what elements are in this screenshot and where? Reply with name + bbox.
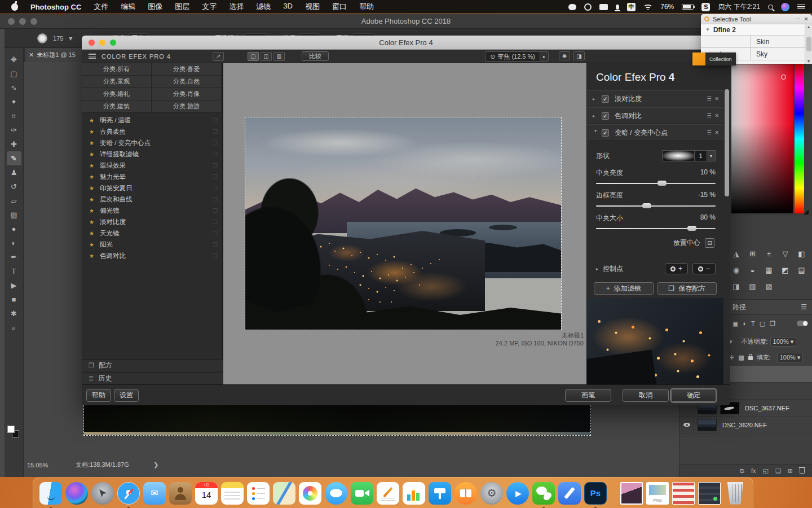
dropdown-arrow-icon[interactable]: ▾	[69, 34, 72, 42]
adjustment-icon[interactable]: ⊞	[744, 246, 761, 262]
remove-filter-icon[interactable]: ✕	[714, 96, 719, 102]
preset-menu-icon[interactable]: ☰	[707, 96, 711, 102]
color-marker[interactable]	[781, 75, 786, 80]
add-control-point-button[interactable]: +	[665, 263, 688, 274]
layer-filter-icon[interactable]: ▢	[760, 320, 765, 327]
pages[interactable]	[377, 482, 399, 505]
battery-icon[interactable]	[682, 4, 694, 10]
trash[interactable]	[724, 482, 747, 505]
selective-cell[interactable]	[701, 36, 751, 47]
panel-toggle-icon[interactable]: ◨	[573, 51, 585, 60]
launchpad[interactable]	[91, 482, 114, 505]
expand-arrow-icon[interactable]: ▸	[593, 97, 598, 102]
layers-footer-icon[interactable]: ◱	[763, 467, 769, 475]
layers-footer-icon[interactable]: ⧉	[740, 467, 744, 475]
slider-handle[interactable]	[642, 203, 651, 208]
filter-list-item[interactable]: ★ 古典柔焦 ❐	[82, 126, 222, 137]
adjustment-icon[interactable]: ◧	[793, 246, 810, 262]
menu-item[interactable]: 文字	[202, 2, 217, 12]
favorite-star-icon[interactable]: ★	[89, 196, 94, 203]
stack-filter-row[interactable]: ▸ ✓ 淡对比度 ☰ ✕	[587, 90, 723, 107]
favorite-star-icon[interactable]: ★	[89, 151, 94, 157]
menu-item[interactable]: 帮助	[359, 2, 374, 12]
remove-control-point-button[interactable]: −	[692, 263, 716, 274]
export-icon[interactable]: ↗	[213, 52, 224, 61]
favorite-star-icon[interactable]: ★	[89, 163, 94, 169]
lock-all-icon[interactable]	[748, 356, 753, 360]
creative-cloud-icon[interactable]	[584, 3, 592, 11]
expand-arrow-icon[interactable]: ▸	[596, 266, 598, 271]
slider-value[interactable]: 10 %	[700, 168, 716, 178]
layer-filter-icon[interactable]: T	[751, 320, 755, 327]
apple-menu-icon[interactable]	[11, 3, 18, 11]
side-by-side-view-button[interactable]: ▥	[273, 52, 285, 61]
selective-scrollbar[interactable]: ▲ ▼	[805, 24, 812, 64]
adjustment-icon[interactable]: ▥	[744, 278, 761, 295]
dictation-icon[interactable]	[616, 5, 619, 10]
foreground-color[interactable]	[7, 426, 15, 433]
adjustment-icon[interactable]: ▽	[777, 246, 793, 262]
facetime[interactable]	[351, 482, 373, 505]
blur-tool[interactable]: ●	[7, 222, 21, 236]
wechat-menu-icon[interactable]	[568, 4, 576, 10]
brush-button[interactable]: 画笔	[565, 389, 611, 402]
shape-tool[interactable]: ■	[7, 292, 21, 306]
loupe-preview[interactable]	[587, 298, 724, 384]
hue-slider[interactable]	[795, 64, 804, 213]
document-image-strip[interactable]	[83, 405, 591, 436]
photos[interactable]	[299, 482, 321, 505]
marquee-tool[interactable]: ▢	[7, 67, 21, 81]
history-brush-tool[interactable]: ↺	[7, 179, 21, 194]
filter-name[interactable]: 翠绿效果	[100, 161, 126, 170]
siri-icon[interactable]	[781, 3, 789, 11]
filter-name[interactable]: 详细提取滤镜	[100, 150, 139, 159]
status-zoom-level[interactable]: 15.05%	[27, 462, 76, 468]
zoom-select[interactable]: ⊙ 变焦 (12.5 %)	[485, 51, 540, 62]
window-controls[interactable]	[89, 40, 116, 46]
background-brightness-icon[interactable]: ✺	[559, 51, 570, 60]
filter-name[interactable]: 天光镜	[100, 229, 120, 238]
filter-enabled-checkbox[interactable]: ✓	[602, 112, 609, 120]
favorite-star-icon[interactable]: ★	[89, 253, 94, 259]
filter-list-item[interactable]: ★ 偏光镜 ❐	[82, 205, 222, 216]
adjustment-icon[interactable]: ▤	[793, 262, 810, 278]
layers-footer-icon[interactable]: ❏	[775, 467, 781, 475]
filter-list-item[interactable]: ★ 印第安夏日 ❐	[82, 182, 222, 194]
adjustment-icon[interactable]: ▦	[761, 262, 777, 278]
delete-layer-icon[interactable]	[800, 468, 805, 474]
color-swatches[interactable]	[7, 421, 21, 440]
saturation-field[interactable]	[731, 64, 793, 213]
ibooks[interactable]	[454, 482, 477, 505]
expand-arrow-icon[interactable]: ▸	[593, 130, 598, 135]
filter-name[interactable]: 淡对比度	[100, 218, 126, 226]
favorite-star-icon[interactable]: ★	[89, 174, 94, 180]
filter-name[interactable]: 魅力光晕	[100, 173, 126, 181]
eraser-tool[interactable]: ▱	[7, 194, 21, 208]
favorite-star-icon[interactable]: ★	[89, 140, 94, 146]
add-filter-button[interactable]: +添加滤镜	[594, 282, 654, 295]
help-button[interactable]: 帮助	[86, 389, 111, 402]
split-view-button[interactable]: ◫	[261, 52, 272, 61]
close-icon[interactable]: ✕	[804, 16, 809, 22]
panel-menu-icon[interactable]: ☰	[801, 303, 807, 311]
system-preferences[interactable]: ⚙	[480, 482, 503, 505]
lasso-tool[interactable]: ∿	[7, 81, 21, 95]
favorite-star-icon[interactable]: ★	[89, 230, 94, 237]
menu-item[interactable]: 滤镜	[256, 2, 271, 12]
wechat[interactable]	[532, 482, 555, 505]
contacts[interactable]	[169, 482, 192, 505]
screenshot-file-2[interactable]	[698, 482, 721, 505]
filter-name[interactable]: 印第安夏日	[100, 184, 133, 192]
menu-item[interactable]: 编辑	[121, 2, 135, 12]
adjustment-icon[interactable]: ▧	[761, 278, 777, 295]
category-button[interactable]: 分类.婚礼	[82, 88, 152, 100]
screenshot-file-1[interactable]	[672, 482, 695, 505]
favorite-star-icon[interactable]: ★	[89, 117, 94, 124]
filter-list-item[interactable]: ★ 阳光 ❐	[82, 239, 222, 250]
photoshop[interactable]: Ps	[584, 482, 607, 505]
path-select-tool[interactable]: ▶	[7, 278, 21, 292]
eyedropper-tool[interactable]: ✑	[7, 123, 21, 137]
filter-list-item[interactable]: ★ 层次和曲线 ❐	[82, 194, 222, 205]
layer-name[interactable]: DSC_3637.NEF	[745, 405, 789, 411]
numbers[interactable]	[403, 482, 425, 505]
